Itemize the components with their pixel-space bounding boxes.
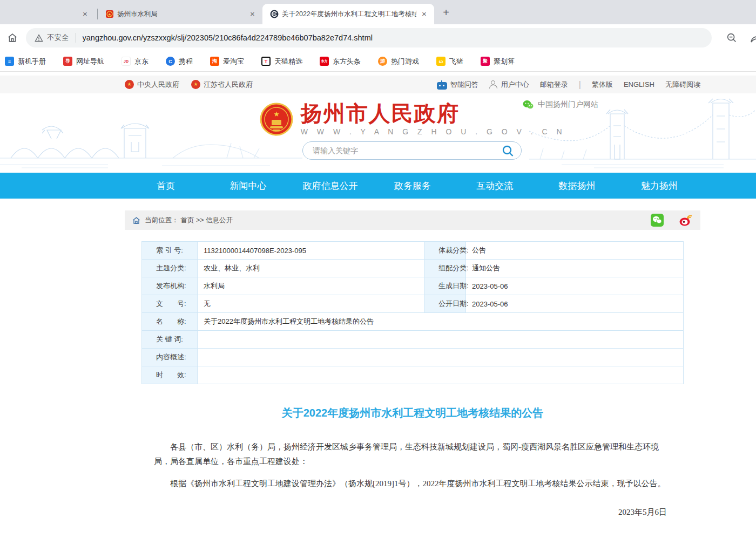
home-icon[interactable]: [6, 32, 18, 44]
meta-label: 索 引 号:: [142, 242, 198, 259]
pill-divider: [76, 33, 76, 43]
topbar-link-label: 智能问答: [450, 80, 478, 90]
nav-item-首页[interactable]: 首页: [125, 173, 207, 199]
portal-label: 中国扬州门户网站: [538, 100, 598, 110]
article-paragraph: 各县（市、区）水利（务）局，扬州经济开发区城乡事务管理局，生态科技新城规划建设局…: [154, 440, 667, 469]
bookmark-label: 网址导航: [76, 57, 104, 66]
bookmark-item[interactable]: 游热门游戏: [378, 57, 419, 66]
breadcrumb: 当前位置： 首页 >> 信息公开: [125, 210, 700, 230]
bookmark-item[interactable]: 导网址导航: [63, 57, 104, 66]
article-title: 关于2022年度扬州市水利工程文明工地考核结果的公告: [125, 406, 700, 420]
new-tab-button[interactable]: +: [438, 5, 454, 21]
meta-value: 关于2022年度扬州市水利工程文明工地考核结果的公告: [198, 313, 683, 330]
meta-label: 内容概述:: [142, 349, 198, 366]
bookmark-item[interactable]: ω飞猪: [436, 57, 463, 66]
bookmark-item[interactable]: C携程: [166, 57, 193, 66]
meta-label: 公开日期:: [424, 295, 466, 312]
nav-item-政府信息公开[interactable]: 政府信息公开: [289, 173, 372, 199]
fliggy-favicon: ω: [436, 57, 446, 66]
close-tab-icon[interactable]: ×: [420, 10, 429, 19]
close-tab-icon[interactable]: ×: [248, 10, 257, 19]
bookmark-label: 天猫精选: [274, 57, 302, 66]
meta-label: 名 称:: [142, 313, 198, 330]
close-tab-icon[interactable]: ×: [80, 10, 90, 19]
ctrip-favicon: C: [166, 57, 175, 66]
gov-topbar: 中央人民政府江苏省人民政府 智能问答用户中心邮箱登录|繁体版ENGLISH无障碍…: [0, 76, 756, 93]
url-text[interactable]: yangzhou.gov.cn/yzszxxgk/slj/202305/210c…: [83, 33, 373, 42]
browser-window: × ★ 扬州市水利局 × 关于2022年度扬州市水利工程文明工地考核结果的公告 …: [0, 0, 756, 72]
national-emblem-logo: ★: [260, 103, 293, 136]
topbar-link[interactable]: ENGLISH: [624, 80, 654, 88]
tab-bar: × ★ 扬州市水利局 × 关于2022年度扬州市水利工程文明工地考核结果的公告 …: [0, 0, 756, 24]
search-input[interactable]: [313, 146, 501, 155]
meta-value: [198, 331, 683, 348]
zoom-out-icon[interactable]: [726, 32, 738, 44]
eastday-favicon: 东方: [320, 57, 329, 66]
jd-favicon: JD: [122, 57, 131, 66]
meta-label: 时 效:: [142, 366, 198, 384]
bookmark-item[interactable]: T天猫精选: [261, 57, 302, 66]
gov-emblem-icon: [125, 80, 134, 89]
meta-value: 水利局: [198, 277, 424, 295]
tab-title: 扬州市水利局: [117, 10, 245, 19]
nav-item-互动交流[interactable]: 互动交流: [454, 173, 536, 199]
wechat-share-icon[interactable]: [651, 214, 664, 227]
bookmarks-bar: 机书签≡新机手册导网址导航JD京东C携程淘爱淘宝T天猫精选东方东方头条游热门游戏…: [0, 51, 756, 72]
meta-value: 2023-05-06: [466, 295, 683, 312]
gov-emblem-icon: [191, 80, 200, 89]
bookmark-item[interactable]: ≡新机手册: [5, 57, 46, 66]
bookmark-label: 东方头条: [333, 57, 361, 66]
meta-value: 2023-05-06: [466, 277, 683, 295]
meta-value: 无: [198, 295, 424, 312]
address-bar: 不安全 yangzhou.gov.cn/yzszxxgk/slj/202305/…: [0, 24, 756, 51]
gov-emblem-favicon: ★: [105, 10, 114, 18]
bookmark-label: 飞猪: [449, 57, 463, 66]
meta-table-row: 索 引 号:11321000014407098E-2023-095体裁分类:公告: [142, 242, 683, 260]
bookmark-item[interactable]: 淘爱淘宝: [210, 57, 244, 66]
nav-item-新闻中心[interactable]: 新闻中心: [207, 173, 289, 199]
topbar-link[interactable]: 中央人民政府: [125, 80, 179, 90]
meta-label: 关 键 词:: [142, 331, 198, 348]
content-card: 当前位置： 首页 >> 信息公开 索 引 号:11321000014407098…: [125, 210, 700, 538]
url-field[interactable]: 不安全 yangzhou.gov.cn/yzszxxgk/slj/202305/…: [26, 28, 712, 47]
meta-table: 索 引 号:11321000014407098E-2023-095体裁分类:公告…: [141, 241, 684, 384]
nav-item-魅力扬州[interactable]: 魅力扬州: [618, 173, 700, 199]
meta-value: 农业、林业、水利: [198, 260, 424, 277]
tab-shuiliju[interactable]: ★ 扬州市水利局 ×: [98, 4, 262, 24]
search-icon[interactable]: [501, 144, 515, 158]
portal-label-row: 中国扬州门户网站: [523, 100, 598, 110]
bookmark-label: 携程: [179, 57, 193, 66]
weibo-share-icon[interactable]: [679, 214, 693, 227]
topbar-link[interactable]: 无障碍阅读: [665, 80, 700, 90]
taobao-favicon: 淘: [210, 57, 219, 66]
topbar-link[interactable]: 江苏省人民政府: [191, 80, 253, 90]
meta-label: 发布机构:: [142, 277, 198, 295]
site-banner: ★ 扬州市人民政府 W W W . Y A N G Z H O U . G O …: [0, 93, 756, 173]
topbar-link-label: 用户中心: [501, 80, 529, 90]
svg-text:★: ★: [273, 110, 280, 118]
share-icon[interactable]: [750, 32, 756, 44]
meta-table-row: 内容概述:: [142, 349, 683, 366]
topbar-link[interactable]: 邮箱登录: [540, 80, 568, 90]
meta-value: 通知公告: [466, 260, 683, 277]
topbar-link[interactable]: 用户中心: [489, 80, 529, 90]
nav-item-政务服务[interactable]: 政务服务: [372, 173, 454, 199]
bookmark-label: 京东: [134, 57, 148, 66]
tab-cutoff[interactable]: ×: [0, 4, 97, 24]
topbar-link-label: 无障碍阅读: [665, 80, 700, 90]
tab-active-announcement[interactable]: 关于2022年度扬州市水利工程文明工地考核结果的公告 ×: [262, 4, 434, 24]
security-label[interactable]: 不安全: [47, 33, 69, 43]
topbar-link[interactable]: 智能问答: [437, 80, 478, 90]
bookmark-item[interactable]: 聚聚划算: [481, 57, 515, 66]
person-icon: [489, 80, 498, 89]
meta-label: 体裁分类:: [424, 242, 466, 259]
meta-table-row: 主题分类:农业、林业、水利组配分类:通知公告: [142, 260, 683, 277]
nav-item-数据扬州[interactable]: 数据扬州: [536, 173, 618, 199]
bookmark-item[interactable]: JD京东: [122, 57, 148, 66]
bookmark-item[interactable]: 东方东方头条: [320, 57, 361, 66]
breadcrumb-path[interactable]: 首页 >> 信息公开: [181, 216, 233, 225]
topbar-link-label: 繁体版: [592, 80, 613, 90]
meta-table-row: 文 号:无公开日期:2023-05-06: [142, 295, 683, 313]
topbar-link[interactable]: 繁体版: [592, 80, 613, 90]
breadcrumb-home-icon: [132, 217, 140, 224]
